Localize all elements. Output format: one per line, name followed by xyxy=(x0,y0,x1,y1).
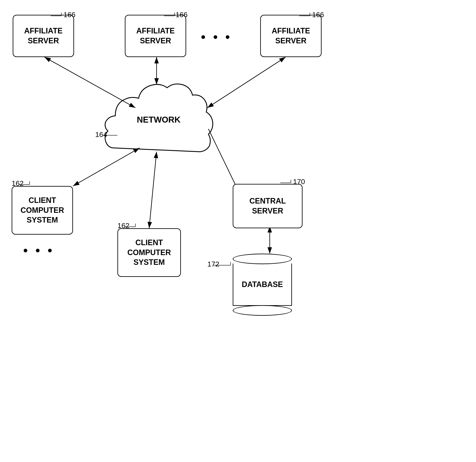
ref-166-left: 166 xyxy=(63,11,76,19)
ref-162-center: 162 xyxy=(117,222,129,230)
client-computer-center-label: CLIENTCOMPUTERSYSTEM xyxy=(127,238,171,267)
svg-point-2 xyxy=(123,99,182,158)
svg-line-15 xyxy=(149,152,157,228)
svg-text:164: 164 xyxy=(95,130,107,139)
db-bottom-ellipse xyxy=(233,305,292,316)
client-computer-left: CLIENTCOMPUTERSYSTEM xyxy=(12,186,73,235)
central-server-label: CENTRALSERVER xyxy=(249,196,286,216)
ref-172: 172 xyxy=(207,260,219,268)
dots-left-middle: • • • xyxy=(23,243,54,258)
svg-point-4 xyxy=(157,112,203,158)
db-body: DATABASE xyxy=(233,264,292,306)
affiliate-server-left: AFFILIATE SERVER xyxy=(13,15,74,57)
svg-line-11 xyxy=(44,57,136,108)
ref-166-center: 166 xyxy=(176,11,188,19)
client-computer-left-label: CLIENTCOMPUTERSYSTEM xyxy=(20,196,64,225)
ref-162-left: 162 xyxy=(12,179,24,188)
affiliate-server-right-label: AFFILIATESERVER xyxy=(272,26,310,46)
database-label: DATABASE xyxy=(242,280,283,289)
central-server: CENTRALSERVER xyxy=(233,184,303,228)
svg-line-13 xyxy=(207,57,286,108)
affiliate-server-left-label: AFFILIATE SERVER xyxy=(13,26,73,46)
svg-line-14 xyxy=(73,148,140,186)
svg-point-7 xyxy=(129,78,176,125)
svg-point-3 xyxy=(108,112,154,158)
client-computer-center: CLIENTCOMPUTERSYSTEM xyxy=(117,228,181,277)
svg-text:NETWORK: NETWORK xyxy=(137,115,181,124)
ref-166-right: 166 xyxy=(312,11,324,19)
affiliate-server-center-label: AFFILIATESERVER xyxy=(136,26,175,46)
svg-point-5 xyxy=(116,89,163,135)
dots-top-middle: • • • xyxy=(201,30,232,44)
database: DATABASE xyxy=(233,254,292,316)
cloud-shape: NETWORK xyxy=(105,78,213,158)
svg-line-16 xyxy=(208,129,239,192)
ref-170: 170 xyxy=(293,178,305,186)
diagram: NETWORK 164 AFFILIATE SERVER 166 xyxy=(0,0,476,462)
affiliate-server-right: AFFILIATESERVER xyxy=(260,15,322,57)
affiliate-server-center: AFFILIATESERVER xyxy=(125,15,186,57)
db-top-ellipse xyxy=(233,254,292,264)
svg-point-6 xyxy=(144,82,195,133)
